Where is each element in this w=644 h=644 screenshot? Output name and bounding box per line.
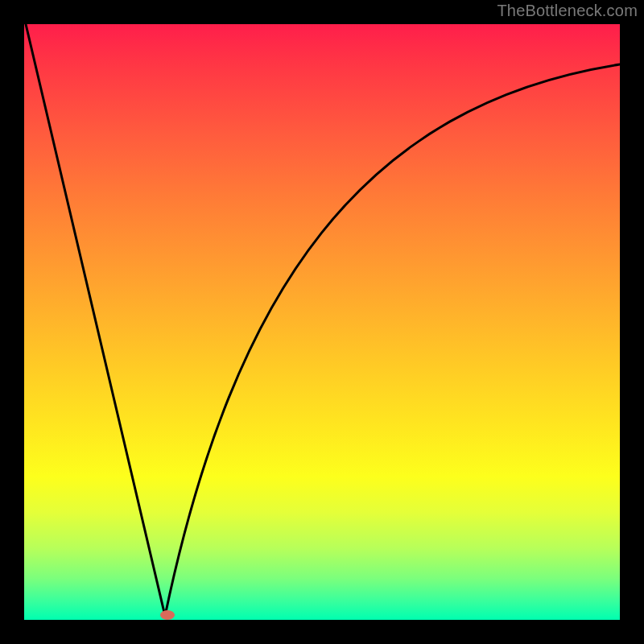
curve-path — [26, 24, 620, 616]
chart-frame: TheBottleneck.com — [0, 0, 644, 644]
minimum-marker — [160, 610, 175, 620]
plot-area — [24, 24, 620, 620]
watermark-text: TheBottleneck.com — [497, 2, 638, 20]
bottleneck-curve — [24, 24, 620, 620]
